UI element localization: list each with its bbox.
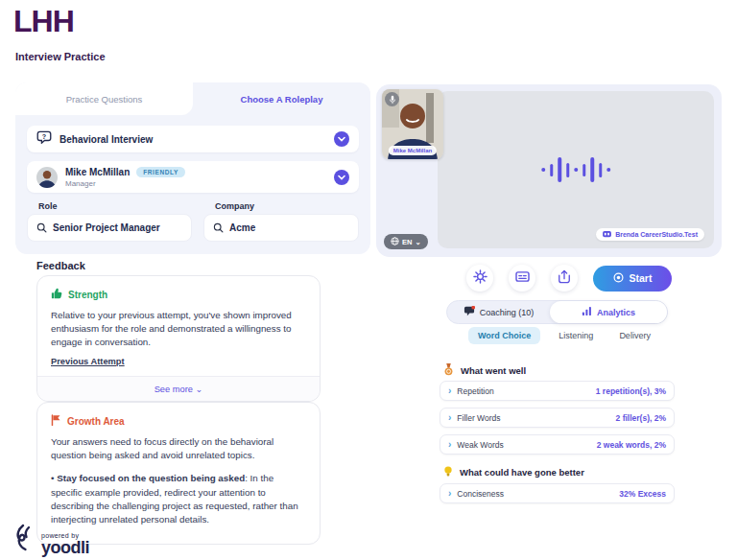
row-conciseness[interactable]: › Conciseness 32% Excess <box>440 483 675 503</box>
chevron-right-icon: › <box>448 440 451 450</box>
went-well-heading: What went well <box>443 363 526 378</box>
row-weak-words[interactable]: › Weak Words 2 weak words, 2% <box>440 434 675 455</box>
interview-type-selector[interactable]: ? Behavioral Interview <box>27 126 359 152</box>
chevron-right-icon: › <box>448 489 451 499</box>
participant-name-pill: Mike McMillan <box>389 146 437 155</box>
subtab-delivery[interactable]: Delivery <box>611 327 658 344</box>
role-label: Role <box>38 201 58 211</box>
lhh-logo: LHH <box>13 4 74 39</box>
analytics-subtabs: Word Choice Listening Delivery <box>468 327 658 344</box>
company-input[interactable] <box>229 222 349 233</box>
strength-body: Relative to your previous attempt, you'v… <box>51 309 306 350</box>
bar-chart-icon <box>582 306 592 318</box>
strength-title: Strength <box>68 290 107 300</box>
persona-selector[interactable]: Mike McMillan FRIENDLY Manager <box>27 161 359 193</box>
participant-video-thumbnail: Mike McMillan <box>382 89 443 159</box>
growth-title: Growth Area <box>67 416 125 427</box>
globe-icon <box>391 237 399 247</box>
video-container: Brenda CareerStudio.Test Mike McMillan <box>376 84 722 257</box>
start-button[interactable]: Start <box>593 266 672 292</box>
captions-button[interactable] <box>509 265 535 292</box>
careerstudio-icon <box>603 231 611 239</box>
gear-icon <box>473 269 487 287</box>
strength-card: Strength Relative to your previous attem… <box>36 275 321 402</box>
subtab-listening[interactable]: Listening <box>551 327 601 344</box>
device-label-pill[interactable]: Brenda CareerStudio.Test <box>596 228 704 241</box>
tab-analytics[interactable]: Analytics <box>550 301 667 323</box>
company-input-wrap <box>203 214 359 242</box>
persona-subtitle: Manager <box>65 179 185 188</box>
see-more-button[interactable]: See more ⌄ <box>37 376 320 401</box>
question-bubble-icon: ? <box>36 130 52 148</box>
chevron-down-icon: ⌄ <box>196 385 203 394</box>
feedback-heading: Feedback <box>36 260 85 271</box>
settings-button[interactable] <box>466 265 493 292</box>
roleplay-tabbar: Practice Questions Choose A Roleplay <box>15 82 370 115</box>
subtab-word-choice[interactable]: Word Choice <box>468 327 540 344</box>
row-repetition[interactable]: › Repetition 1 repetition(s), 3% <box>440 381 675 401</box>
tab-practice-questions[interactable]: Practice Questions <box>15 82 193 115</box>
audio-waveform-icon <box>541 157 610 182</box>
gone-better-heading: What could have gone better <box>443 465 584 479</box>
yoodli-squiggle-icon <box>13 524 36 556</box>
lightbulb-icon <box>443 465 453 479</box>
growth-body: Your answers need to focus directly on t… <box>51 435 306 462</box>
yoodli-footer: powered by yoodli <box>13 524 89 556</box>
previous-attempt-link[interactable]: Previous Attempt <box>51 357 125 366</box>
persona-friendly-badge: FRIENDLY <box>136 167 185 177</box>
chevron-down-icon: ⌄ <box>415 238 420 246</box>
interview-type-label: Behavioral Interview <box>59 134 153 145</box>
captions-icon <box>515 270 530 286</box>
row-filler-words[interactable]: › Filler Words 2 filler(s), 2% <box>440 408 675 428</box>
record-icon <box>613 272 624 285</box>
controls-row: Start <box>376 265 722 292</box>
flag-icon <box>51 414 61 428</box>
svg-text:?: ? <box>42 133 46 141</box>
search-icon <box>213 220 224 237</box>
role-input[interactable] <box>53 222 182 233</box>
upload-button[interactable] <box>551 265 578 292</box>
thumbs-up-icon <box>51 288 62 301</box>
upload-icon <box>558 269 571 287</box>
role-input-wrap <box>27 214 192 242</box>
search-icon <box>36 220 47 237</box>
yoodli-wordmark: yoodli <box>41 539 89 556</box>
roleplay-panel: Practice Questions Choose A Roleplay ? B… <box>15 82 370 254</box>
medal-icon <box>443 363 454 378</box>
coaching-chat-icon <box>464 306 475 318</box>
persona-chevron-down-icon[interactable] <box>334 170 349 185</box>
chevron-right-icon: › <box>448 413 451 423</box>
company-label: Company <box>215 201 254 211</box>
persona-avatar <box>36 167 58 188</box>
gone-better-rows: › Conciseness 32% Excess <box>440 483 675 503</box>
analytics-tabbar: Coaching (10) Analytics <box>446 300 668 324</box>
tab-coaching[interactable]: Coaching (10) <box>447 301 550 323</box>
tab-choose-a-roleplay[interactable]: Choose A Roleplay <box>193 82 370 115</box>
chevron-right-icon: › <box>448 386 451 396</box>
video-stage: Brenda CareerStudio.Test <box>438 91 714 248</box>
language-selector[interactable]: EN ⌄ <box>384 234 428 249</box>
interview-type-chevron-down-icon[interactable] <box>334 131 349 147</box>
microphone-icon[interactable] <box>385 92 399 106</box>
page-title: Interview Practice <box>15 51 106 62</box>
went-well-rows: › Repetition 1 repetition(s), 3% › Fille… <box>440 381 675 455</box>
persona-name: Mike McMillan <box>65 167 130 177</box>
